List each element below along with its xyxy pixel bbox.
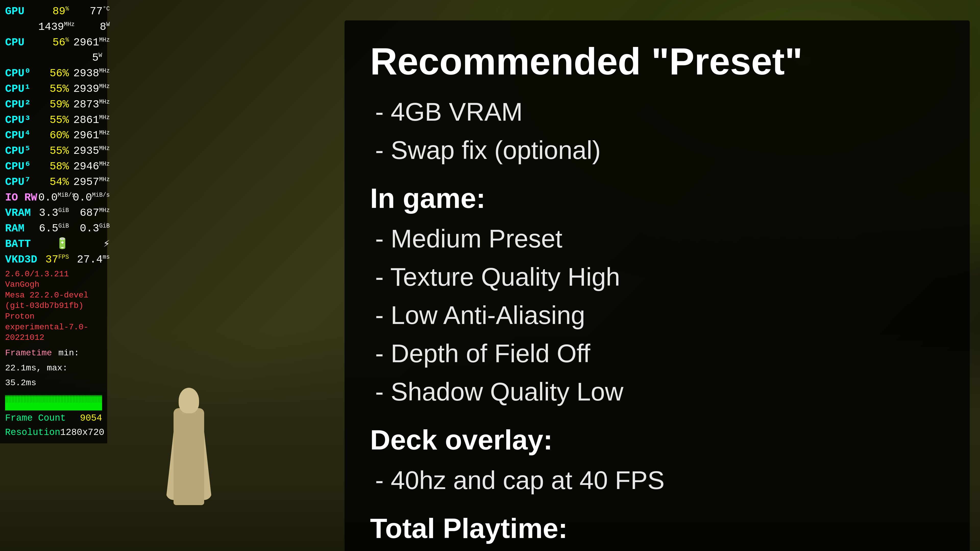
cpu-cores: CPU⁰ 56% 2938MHz CPU¹ 55% 2939MHz CPU² 5…: [5, 66, 102, 189]
panel-section-heading: Deck overlay:: [370, 424, 944, 456]
panel-section: In game:- Medium Preset- Texture Quality…: [370, 182, 944, 411]
vram-row: VRAM 3.3GiB 687MHz: [5, 206, 102, 221]
version-line1: 2.6.0/1.3.211: [5, 269, 102, 279]
cpu-core-label: CPU⁵: [5, 144, 38, 159]
frame-count-label: Frame Count: [5, 412, 66, 425]
batt-icon: 🔋: [38, 237, 69, 252]
cpu-core-usage: 55%: [38, 144, 69, 159]
panel-section-heading: Total Playtime:: [370, 512, 944, 545]
cpu-core-usage: 59%: [38, 97, 69, 112]
cpu-core-clock: 2946MHz: [69, 159, 110, 174]
io-label: IO RW: [5, 190, 38, 205]
io-row: IO RW 0.0MiB/s 0.0MiB/s: [5, 190, 102, 205]
version-line2: VanGogh: [5, 279, 102, 290]
frametime-value: 27.4ms: [69, 252, 110, 267]
panel-item: - Medium Preset: [370, 219, 944, 258]
resolution-label: Resolution: [5, 426, 60, 439]
cpu-row: CPU 56% 2961MHz: [5, 35, 102, 50]
vram-label: VRAM: [5, 206, 38, 221]
frametime-section: Frametime min: 22.1ms, max: 35.2ms: [5, 345, 102, 390]
frame-count-val: 9054: [80, 412, 102, 425]
vkd3d-row: VKD3D 37FPS 27.4ms: [5, 252, 102, 267]
frametime-graph: [5, 392, 102, 410]
panel-item: - 4GB VRAM: [370, 93, 944, 131]
cpu-core-usage: 58%: [38, 159, 69, 174]
cpu-core-row: CPU² 59% 2873MHz: [5, 97, 102, 112]
panel-sections: - 4GB VRAM- Swap fix (optional)In game:-…: [370, 93, 944, 551]
fps-value: 37FPS: [38, 252, 69, 267]
cpu-core-usage: 55%: [38, 82, 69, 97]
vram-clock: 687MHz: [69, 206, 110, 221]
gpu-power: 8W: [69, 20, 110, 35]
gpu-row: GPU 89% 77°C: [5, 4, 102, 19]
cpu-core-label: CPU⁷: [5, 175, 38, 190]
cpu-core-clock: 2935MHz: [69, 144, 110, 159]
hud-overlay: GPU 89% 77°C --- 1439MHz 8W CPU 56% 2961…: [0, 0, 107, 443]
cpu-core-row: CPU¹ 55% 2939MHz: [5, 82, 102, 97]
ram-label: RAM: [5, 221, 38, 236]
batt-charging: ⚡: [69, 237, 110, 252]
cpu-core-clock: 2861MHz: [69, 113, 110, 128]
graph-noise: [5, 395, 102, 403]
ram-avail: 0.3GiB: [69, 221, 110, 236]
gpu-clock: 1439MHz: [38, 20, 69, 35]
cpu-power-row: --- 5W: [5, 51, 102, 65]
cpu-core-row: CPU³ 55% 2861MHz: [5, 113, 102, 128]
cpu-core-label: CPU⁰: [5, 66, 38, 81]
right-panel: Recommended "Preset" - 4GB VRAM- Swap fi…: [345, 21, 970, 551]
gpu-usage: 89%: [38, 4, 69, 19]
cpu-core-usage: 56%: [38, 66, 69, 81]
gpu-temp: 77°C: [69, 4, 110, 19]
cpu-power: 5W: [72, 51, 102, 65]
cpu-core-usage: 55%: [38, 113, 69, 128]
cpu-core-clock: 2873MHz: [69, 97, 110, 112]
cpu-core-row: CPU⁶ 58% 2946MHz: [5, 159, 102, 174]
panel-section: - 4GB VRAM- Swap fix (optional): [370, 93, 944, 169]
ram-used: 6.5GiB: [38, 221, 69, 236]
cpu-core-label: CPU¹: [5, 82, 38, 97]
character: [153, 372, 224, 505]
cpu-core-clock: 2939MHz: [69, 82, 110, 97]
panel-item: - Texture Quality High: [370, 258, 944, 296]
cpu-core-row: CPU⁴ 60% 2961MHz: [5, 128, 102, 143]
gpu-clock-row: --- 1439MHz 8W: [5, 20, 102, 35]
batt-row: BATT 🔋 ⚡: [5, 237, 102, 252]
panel-section: Total Playtime:- 1 hour and 48 minutes: [370, 512, 944, 551]
cpu-clock: 2961MHz: [69, 35, 110, 50]
gpu-label: GPU: [5, 4, 38, 19]
char-head: [179, 388, 199, 413]
version-line3: Mesa 22.2.0-devel (git-03db7b91fb): [5, 290, 102, 311]
cpu-core-clock: 2957MHz: [69, 175, 110, 190]
panel-title: Recommended "Preset": [370, 41, 944, 83]
cpu-core-label: CPU⁴: [5, 128, 38, 143]
cpu-core-row: CPU⁵ 55% 2935MHz: [5, 144, 102, 159]
cpu-label: CPU: [5, 35, 38, 50]
batt-label: BATT: [5, 237, 38, 252]
cpu-core-label: CPU²: [5, 97, 38, 112]
io-read: 0.0MiB/s: [38, 190, 69, 205]
cpu-core-clock: 2938MHz: [69, 66, 110, 81]
vkd3d-label: VKD3D: [5, 252, 38, 267]
panel-item: - Depth of Field Off: [370, 334, 944, 372]
cpu-core-usage: 54%: [38, 175, 69, 190]
resolution-row: Resolution 1280x720: [5, 426, 102, 439]
version-info: 2.6.0/1.3.211 VanGogh Mesa 22.2.0-devel …: [5, 269, 102, 343]
io-write: 0.0MiB/s: [69, 190, 110, 205]
panel-item: - 1 hour and 48 minutes: [370, 549, 944, 551]
cpu-core-row: CPU⁰ 56% 2938MHz: [5, 66, 102, 81]
panel-item: - Low Anti-Aliasing: [370, 296, 944, 334]
cpu-core-usage: 60%: [38, 128, 69, 143]
cpu-usage: 56%: [38, 35, 69, 50]
panel-item: - Swap fix (optional): [370, 131, 944, 169]
frametime-label: Frametime: [5, 348, 52, 358]
panel-section-heading: In game:: [370, 182, 944, 214]
panel-section: Deck overlay:- 40hz and cap at 40 FPS: [370, 424, 944, 499]
ram-row: RAM 6.5GiB 0.3GiB: [5, 221, 102, 236]
cpu-core-clock: 2961MHz: [69, 128, 110, 143]
cpu-core-label: CPU³: [5, 113, 38, 128]
vram-used: 3.3GiB: [38, 206, 69, 221]
version-line4: Proton experimental-7.0-20221012: [5, 311, 102, 343]
resolution-val: 1280x720: [60, 426, 104, 439]
cpu-core-label: CPU⁶: [5, 159, 38, 174]
char-body: [173, 408, 204, 505]
